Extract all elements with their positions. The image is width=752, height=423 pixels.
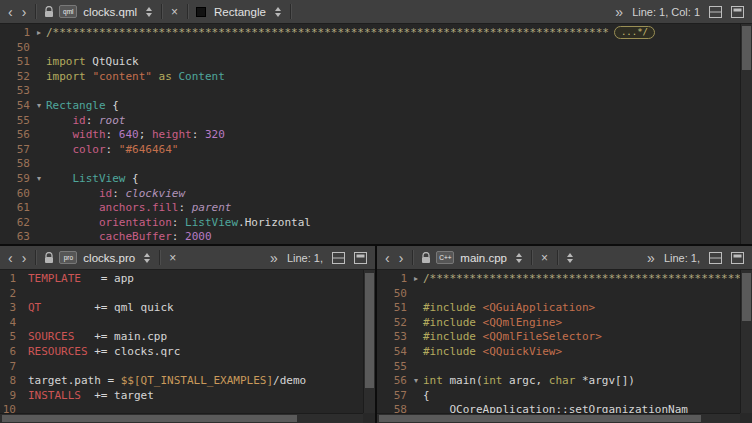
line-number[interactable]: 56 (0, 128, 32, 143)
line-number[interactable]: 7 (0, 360, 18, 375)
vertical-scrollbar[interactable] (740, 270, 752, 413)
line-number[interactable]: 51 (377, 301, 409, 316)
code-line[interactable]: 50 (377, 287, 740, 302)
line-number[interactable]: 1 (377, 272, 409, 287)
line-number[interactable]: 54 (0, 99, 32, 114)
line-number[interactable]: 4 (0, 316, 18, 331)
line-number[interactable]: 58 (377, 403, 409, 413)
overflow-icon[interactable]: » (644, 248, 658, 268)
overflow-icon[interactable]: » (612, 2, 626, 22)
code-line[interactable]: 63 cacheBuffer: 2000 (0, 230, 740, 244)
cpp-code-editor[interactable]: 1▸/*************************************… (377, 270, 740, 413)
line-number[interactable]: 50 (377, 287, 409, 302)
line-number[interactable]: 9 (0, 389, 18, 404)
line-number[interactable]: 6 (0, 345, 18, 360)
close-document-button[interactable]: × (168, 2, 181, 22)
scrollbar-thumb[interactable] (742, 26, 751, 70)
line-number[interactable]: 54 (377, 345, 409, 360)
line-number[interactable]: 1 (0, 26, 32, 41)
split-button[interactable] (706, 6, 725, 18)
line-number[interactable]: 57 (0, 143, 32, 158)
horizontal-scrollbar[interactable] (377, 413, 740, 423)
code-line[interactable]: 5SOURCES += main.cpp (0, 330, 363, 345)
line-number[interactable]: 8 (0, 374, 18, 389)
fold-marker-icon[interactable]: ▾ (32, 172, 46, 187)
close-document-button[interactable]: × (538, 248, 551, 268)
forward-button[interactable]: › (19, 2, 30, 22)
combo-arrows-icon[interactable] (275, 7, 281, 17)
combo-arrows-icon[interactable] (146, 7, 152, 17)
line-number[interactable]: 3 (0, 301, 18, 316)
line-number[interactable]: 51 (0, 55, 32, 70)
split-button[interactable] (329, 252, 348, 264)
line-number[interactable]: 58 (0, 157, 32, 172)
line-number[interactable]: 62 (0, 216, 32, 231)
code-line[interactable]: 58 QCoreApplication::setOrganizationNam (377, 403, 740, 413)
line-number[interactable]: 53 (0, 84, 32, 99)
back-button[interactable]: ‹ (5, 2, 16, 22)
scrollbar-thumb[interactable] (379, 415, 701, 422)
editor-menu-button[interactable] (728, 252, 747, 264)
fold-marker-icon[interactable]: ▾ (409, 374, 423, 389)
line-number[interactable]: 2 (0, 287, 18, 302)
code-line[interactable]: 60 id: clockview (0, 187, 740, 202)
code-line[interactable]: 53#include <QQmlFileSelector> (377, 330, 740, 345)
line-number[interactable]: 53 (377, 330, 409, 345)
line-number[interactable]: 1 (0, 272, 18, 287)
line-number[interactable]: 52 (377, 316, 409, 331)
close-document-button[interactable]: × (166, 248, 179, 268)
line-number[interactable]: 63 (0, 230, 32, 244)
back-button[interactable]: ‹ (5, 248, 16, 268)
code-line[interactable]: 59▾ ListView { (0, 172, 740, 187)
scrollbar-thumb[interactable] (2, 415, 297, 422)
scrollbar-thumb[interactable] (365, 273, 374, 388)
document-selector[interactable]: clocks.pro (80, 252, 138, 264)
line-number[interactable]: 55 (0, 114, 32, 129)
code-line[interactable]: 54#include <QQuickView> (377, 345, 740, 360)
document-selector[interactable]: main.cpp (457, 252, 510, 264)
code-line[interactable]: 7 (0, 360, 363, 375)
horizontal-scrollbar[interactable] (0, 413, 363, 423)
pro-code-editor[interactable]: 1TEMPLATE = app23QT += qml quick45SOURCE… (0, 270, 363, 413)
code-line[interactable]: 53 (0, 84, 740, 99)
vertical-scrollbar[interactable] (740, 24, 752, 244)
code-line[interactable]: 1▸/*************************************… (0, 26, 740, 41)
symbol-combo-arrows-icon[interactable] (567, 253, 573, 263)
fold-marker-icon[interactable]: ▾ (32, 99, 46, 114)
code-line[interactable]: 57{ (377, 389, 740, 404)
code-line[interactable]: 61 anchors.fill: parent (0, 201, 740, 216)
code-line[interactable]: 4 (0, 316, 363, 331)
code-line[interactable]: 56▾int main(int argc, char *argv[]) (377, 374, 740, 389)
vertical-scrollbar[interactable] (363, 270, 375, 413)
fold-marker-icon[interactable]: ▸ (409, 272, 423, 287)
line-number[interactable]: 57 (377, 389, 409, 404)
code-line[interactable]: 8target.path = $$[QT_INSTALL_EXAMPLES]/d… (0, 374, 363, 389)
split-button[interactable] (706, 252, 725, 264)
combo-arrows-icon[interactable] (516, 253, 522, 263)
scrollbar-thumb[interactable] (742, 273, 751, 321)
symbol-selector[interactable]: Rectangle (211, 6, 269, 18)
line-number[interactable]: 60 (0, 187, 32, 202)
code-line[interactable]: 10 (0, 403, 363, 413)
code-line[interactable]: 62 orientation: ListView.Horizontal (0, 216, 740, 231)
code-line[interactable]: 52import "content" as Content (0, 70, 740, 85)
code-line[interactable]: 56 width: 640; height: 320 (0, 128, 740, 143)
code-line[interactable]: 55 id: root (0, 114, 740, 129)
code-line[interactable]: 54▾Rectangle { (0, 99, 740, 114)
code-line[interactable]: 1▸/*************************************… (377, 272, 740, 287)
code-line[interactable]: 51import QtQuick (0, 55, 740, 70)
fold-marker-icon[interactable]: ▸ (32, 26, 46, 41)
editor-menu-button[interactable] (728, 6, 747, 18)
forward-button[interactable]: › (19, 248, 30, 268)
line-number[interactable]: 52 (0, 70, 32, 85)
forward-button[interactable]: › (396, 248, 407, 268)
line-number[interactable]: 59 (0, 172, 32, 187)
code-line[interactable]: 1TEMPLATE = app (0, 272, 363, 287)
line-number[interactable]: 61 (0, 201, 32, 216)
qml-code-editor[interactable]: 1▸/*************************************… (0, 24, 740, 244)
document-selector[interactable]: clocks.qml (80, 6, 140, 18)
editor-menu-button[interactable] (351, 252, 370, 264)
overflow-icon[interactable]: » (267, 248, 281, 268)
line-number[interactable]: 50 (0, 41, 32, 56)
code-line[interactable]: 3QT += qml quick (0, 301, 363, 316)
